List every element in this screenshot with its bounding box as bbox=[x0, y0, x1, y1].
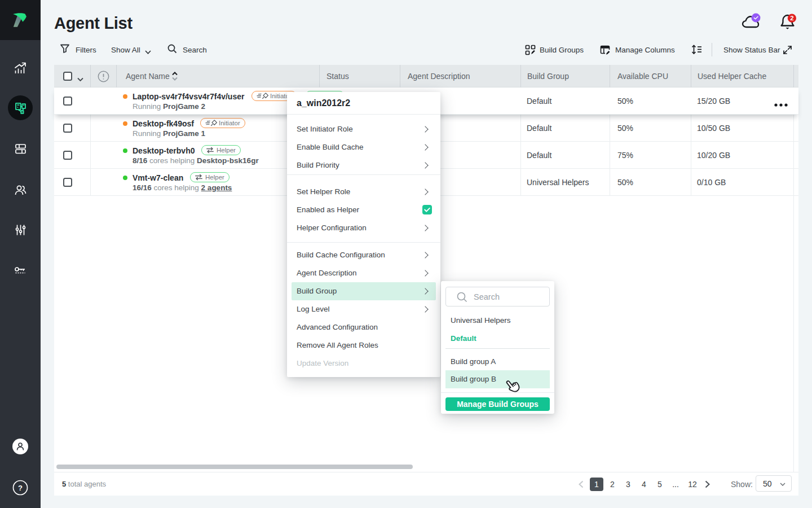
svg-text:?: ? bbox=[18, 484, 23, 492]
svg-text:2: 2 bbox=[790, 15, 793, 21]
